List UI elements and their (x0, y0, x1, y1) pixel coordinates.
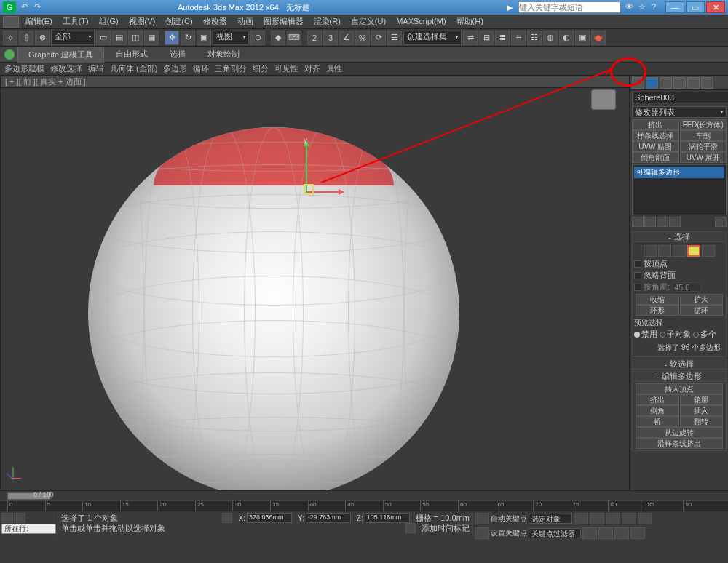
utilities-tab-icon[interactable] (701, 77, 713, 89)
ribbon-panel-细分[interactable]: 细分 (253, 63, 269, 74)
ring-button[interactable]: 环形 (636, 305, 679, 316)
select-name-icon[interactable]: ▤ (112, 31, 127, 45)
link-icon[interactable]: ⟡ (3, 31, 17, 45)
alongspine-button[interactable]: 沿样条线挤出 (636, 438, 723, 449)
menu-编辑(E)[interactable]: 编辑(E) (20, 17, 58, 25)
menu-组(G)[interactable]: 组(G) (94, 17, 124, 25)
display-tab-icon[interactable] (687, 77, 700, 89)
subobj-edge-icon[interactable] (658, 245, 671, 257)
menu-渲染(R)[interactable]: 渲染(R) (309, 17, 346, 25)
add-timetag[interactable]: 添加时间标记 (422, 523, 470, 534)
mirror-icon[interactable]: ⇌ (463, 31, 478, 45)
bevel-button[interactable]: 倒角 (636, 405, 679, 416)
curveeditor-icon[interactable]: ≋ (511, 31, 526, 45)
viewport-label[interactable]: [ + ][ 前 ][ 真实 + 边面 ] (1, 76, 629, 88)
byangle-spinner[interactable]: 45.0 (672, 282, 701, 292)
modbtn-UVW 贴图[interactable]: UVW 贴图 (632, 141, 679, 152)
previewsub-radio[interactable] (660, 332, 665, 338)
modbtn-涡轮平滑[interactable]: 涡轮平滑 (680, 141, 727, 152)
viewcube-icon[interactable] (591, 89, 616, 110)
bind-icon[interactable]: ⊗ (35, 31, 50, 45)
grow-button[interactable]: 扩大 (680, 294, 724, 305)
pin-stack-icon[interactable] (632, 217, 644, 227)
nav-max-icon[interactable] (630, 527, 645, 539)
subobj-element-icon[interactable] (702, 245, 715, 257)
keyfilter-button[interactable]: 关键点过滤器 (529, 528, 581, 538)
keyboard-icon[interactable]: ⌨ (287, 31, 301, 45)
app-logo-icon[interactable]: G (3, 1, 16, 13)
rollout-editpoly[interactable]: 编辑多边形 (632, 371, 727, 382)
inset-button[interactable]: 插入 (680, 405, 724, 416)
modbtn-倒角剖面[interactable]: 倒角剖面 (632, 152, 679, 163)
keyobj-dropdown[interactable]: 选定对象 (529, 514, 572, 524)
snap2d-icon[interactable]: 2 (307, 31, 322, 45)
flip-button[interactable]: 翻转 (680, 416, 724, 427)
subobj-border-icon[interactable] (673, 245, 686, 257)
renderframe-icon[interactable]: ▣ (575, 31, 590, 45)
coord-x-field[interactable]: 328.036mm (247, 513, 292, 523)
timetag-icon[interactable] (405, 523, 416, 533)
modbtn-UVW 展开[interactable]: UVW 展开 (680, 152, 727, 163)
snap3d-icon[interactable]: 3 (323, 31, 338, 45)
setkey-icon[interactable] (475, 527, 489, 539)
close-button[interactable]: ✕ (706, 1, 725, 13)
time-slider[interactable]: 0 / 100 (0, 490, 728, 500)
chevron-right-icon[interactable]: ▶ (507, 3, 513, 12)
schematic-icon[interactable]: ☷ (527, 31, 542, 45)
previewmulti-radio[interactable] (693, 332, 699, 338)
stack-item-editable-poly[interactable]: 可编辑多边形 (634, 167, 724, 178)
rollout-select[interactable]: 选择 (632, 231, 727, 242)
nav-pan-icon[interactable] (582, 527, 597, 539)
ribbon-panel-三角剖分[interactable]: 三角剖分 (215, 63, 247, 74)
transform-gizmo[interactable] (277, 142, 336, 200)
editselset-icon[interactable]: ☰ (387, 31, 402, 45)
select-icon[interactable]: ▭ (96, 31, 111, 45)
subobj-vertex-icon[interactable] (644, 245, 657, 257)
previewoff-radio[interactable] (634, 332, 640, 338)
rollout-softsel[interactable]: 软选择 (632, 359, 727, 370)
show-end-icon[interactable] (644, 217, 656, 227)
ribbon-toggle-icon[interactable] (4, 49, 15, 60)
help-search-input[interactable] (518, 1, 620, 13)
rotate-icon[interactable]: ↻ (181, 31, 195, 45)
named-selset-dropdown[interactable]: 创建选择集 (403, 31, 462, 45)
gotoend-icon[interactable] (638, 513, 652, 524)
time-ruler[interactable]: 051015202530354045505560657075808590 (0, 500, 728, 511)
gotostart-icon[interactable] (574, 513, 588, 524)
maximize-button[interactable]: ▭ (686, 1, 705, 13)
menu-视图(V)[interactable]: 视图(V) (124, 17, 161, 25)
layers-icon[interactable]: ≣ (495, 31, 510, 45)
window-crossing-icon[interactable]: ▦ (144, 31, 159, 45)
minimize-button[interactable]: — (665, 1, 684, 13)
refcoord-dropdown[interactable]: 视图 (213, 31, 249, 45)
spinnersnap-icon[interactable]: ⟳ (371, 31, 386, 45)
configure-stack-icon[interactable] (715, 217, 727, 227)
byvertex-checkbox[interactable] (634, 260, 641, 268)
create-tab-icon[interactable] (632, 77, 644, 89)
menu-MAXScript(M)[interactable]: MAXScript(M) (391, 17, 451, 25)
modify-tab-icon[interactable] (646, 77, 658, 89)
ribbon-tab-3[interactable]: 对象绘制 (197, 47, 250, 63)
loop-button[interactable]: 循环 (680, 305, 724, 316)
matedit-icon[interactable]: ◍ (543, 31, 558, 45)
ribbon-panel-对齐[interactable]: 对齐 (304, 63, 320, 74)
coord-y-field[interactable]: -29.763mm (306, 513, 351, 523)
nextframe-icon[interactable] (622, 513, 636, 524)
ribbon-panel-多边形建模[interactable]: 多边形建模 (4, 63, 44, 74)
menu-工具(T)[interactable]: 工具(T) (58, 17, 94, 25)
modbtn-FFD(长方体)[interactable]: FFD(长方体) (680, 119, 727, 130)
modbtn-挤出[interactable]: 挤出 (632, 119, 679, 130)
menu-自定义(U)[interactable]: 自定义(U) (346, 17, 391, 25)
search-icon[interactable]: 👁 (625, 2, 637, 12)
select-region-icon[interactable]: ◫ (128, 31, 143, 45)
anglesnap-icon[interactable]: ∠ (339, 31, 354, 45)
modifier-list-dropdown[interactable]: 修改器列表 (632, 106, 727, 118)
star-icon[interactable]: ☆ (638, 2, 650, 12)
modbtn-样条线选择[interactable]: 样条线选择 (632, 130, 679, 141)
align-icon[interactable]: ⊟ (479, 31, 494, 45)
menu-修改器[interactable]: 修改器 (198, 17, 232, 25)
viewport[interactable]: [ + ][ 前 ][ 真实 + 边面 ] (0, 76, 630, 490)
remove-mod-icon[interactable] (669, 217, 681, 227)
nav-zoomall-icon[interactable] (614, 527, 629, 539)
unique-icon[interactable] (657, 217, 668, 227)
